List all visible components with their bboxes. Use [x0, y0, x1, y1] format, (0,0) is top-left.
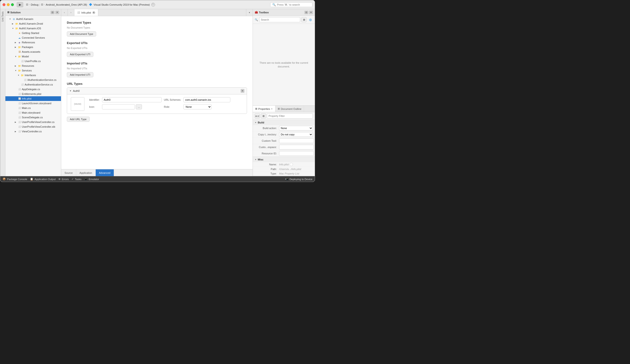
tab-advanced[interactable]: Advanced: [96, 169, 114, 176]
breadcrumb-arrow-2: ›: [44, 3, 45, 6]
unit-tests-sidebar: Unit Tests: [0, 9, 6, 176]
icon-label: Icon:: [89, 105, 100, 108]
copy-to-dir-label: Copy t...irectory:: [255, 133, 278, 136]
status-app-output[interactable]: 📋 Application Output: [30, 178, 56, 181]
tree-item-infoplist[interactable]: ⬜ Info.plist: [6, 96, 61, 101]
group-button[interactable]: ⊞: [261, 113, 266, 119]
properties-tab-close[interactable]: ✕: [271, 108, 273, 110]
tree-arrow-res: [15, 65, 17, 67]
add-document-type-button[interactable]: Add Document Type: [67, 31, 96, 36]
close-button[interactable]: [2, 3, 6, 6]
info-icon[interactable]: ⓘ: [151, 3, 155, 6]
tree-item-services[interactable]: 📁 Services: [6, 68, 61, 73]
icon-browse-button[interactable]: ...: [136, 104, 142, 109]
add-imported-uti-button[interactable]: Add Imported UTI: [67, 72, 93, 77]
tree-item-iauthsvc[interactable]: ⬜ IAuthenticationService.cs: [6, 78, 61, 82]
property-filter-input[interactable]: [267, 113, 313, 119]
no-doc-types-text: No Document Types: [67, 26, 247, 29]
minimize-button[interactable]: [7, 3, 10, 6]
role-label: Role:: [164, 105, 181, 108]
tree-item-entitlements[interactable]: ⬜ Entitlements.plist: [6, 92, 61, 96]
global-search-bar[interactable]: 🔍: [270, 2, 312, 7]
editor-tab-infoplist[interactable]: ⬜ Info.plist ✕: [74, 9, 98, 16]
status-tasks[interactable]: ✓ Tasks: [72, 178, 82, 181]
tree-item-assets[interactable]: 🖼 Assets.xcassets: [6, 49, 61, 54]
solution-tree[interactable]: ⊞ Auth0.Xamarin 📁 Auth0.Xamarin.Droid 📁 …: [6, 16, 61, 176]
fullscreen-button[interactable]: [11, 3, 14, 6]
tree-item-packages[interactable]: 📁 Packages: [6, 45, 61, 49]
tree-item-resources[interactable]: 📁 Resources: [6, 63, 61, 68]
tree-item-authsvc[interactable]: ⬜ AuthenticationService.cs: [6, 82, 61, 87]
copy-to-dir-select[interactable]: Do not copy Copy always Copy if newer: [279, 132, 313, 137]
tree-item-solution[interactable]: ⊞ Auth0.Xamarin: [6, 17, 61, 21]
identifier-input[interactable]: [102, 97, 162, 102]
add-url-type-button[interactable]: Add URL Type: [67, 117, 90, 122]
tree-item-droid[interactable]: 📁 Auth0.Xamarin.Droid: [6, 21, 61, 26]
panel-close-button[interactable]: ✕: [55, 11, 59, 14]
tab-document-outline[interactable]: ⊞ Document Outline: [275, 106, 304, 112]
tab-source[interactable]: Source: [61, 169, 76, 176]
tree-item-getting-started[interactable]: ★ Getting Started: [6, 31, 61, 35]
tree-item-references[interactable]: ◈ References: [6, 40, 61, 45]
icon-field-group: ...: [102, 104, 162, 109]
toolbox-resize-button[interactable]: ⊡: [304, 11, 308, 14]
tree-item-scenedelegate[interactable]: ⬜ SceneDelegate.cs: [6, 115, 61, 120]
url-type-collapse-arrow[interactable]: ▼: [70, 90, 72, 92]
panel-resize-button[interactable]: ⊡: [51, 11, 54, 14]
tree-item-maincs[interactable]: ⬜ Main.cs: [6, 106, 61, 110]
tree-item-viewcontroller[interactable]: ⬜ ViewController.cs: [6, 129, 61, 134]
deploying-status: 📲 Deploying to Device: [285, 178, 312, 181]
tab-back-button[interactable]: ‹: [61, 9, 68, 16]
add-exported-uti-button[interactable]: Add Exported UTI: [67, 52, 93, 57]
tree-item-model[interactable]: 📁 Model: [6, 54, 61, 59]
name-circle-btn[interactable]: [290, 163, 293, 166]
custom-tool-input[interactable]: [279, 138, 314, 143]
tree-item-mainstory[interactable]: ⬜ Main.storyboard: [6, 110, 61, 115]
tree-item-ios[interactable]: 📁 Auth0.Xamarin.iOS: [6, 26, 61, 31]
tree-item-upvcxib[interactable]: ⬜ UserProfileViewController.xib: [6, 124, 61, 129]
custom-tool-value: [279, 138, 315, 143]
breadcrumb-device[interactable]: Android_Accelerated_Oreo (API 28): [46, 3, 87, 6]
tree-item-interfaces[interactable]: 📁 Interfaces: [6, 73, 61, 78]
cs-icon-mc: ⬜: [18, 106, 21, 110]
status-bar: 📦 Package Console 📋 Application Output ⊗…: [0, 176, 315, 182]
search-input[interactable]: [277, 3, 310, 6]
custom-namespace-input[interactable]: [279, 145, 314, 150]
status-emulator[interactable]: 📱 Emulator: [84, 178, 99, 181]
toolbox-search-input[interactable]: [259, 17, 300, 22]
tab-dropdown-button[interactable]: ▾: [246, 9, 252, 16]
tree-item-appdelegate[interactable]: ⬜ AppDelegate.cs: [6, 87, 61, 92]
tab-close-button[interactable]: ✕: [92, 11, 95, 14]
tab-application[interactable]: Application: [76, 169, 96, 176]
tree-item-label: Auth0.Xamarin.iOS: [19, 27, 41, 30]
toolbox-close-button[interactable]: ✕: [309, 11, 313, 14]
build-group-header[interactable]: ▼ Build: [253, 120, 315, 125]
build-action-select[interactable]: None Compile Content: [279, 126, 313, 131]
package-console-label: Package Console: [7, 178, 27, 181]
misc-group-header[interactable]: ▼ Misc: [253, 157, 315, 162]
url-type-header: ▼ Auth0 ✕: [67, 88, 247, 94]
resource-id-input[interactable]: [279, 151, 314, 156]
toolbox-search-icon: 🔍: [255, 18, 258, 21]
tab-properties[interactable]: ⊞ Properties ✕: [253, 106, 275, 112]
tab-forward-button[interactable]: ›: [68, 9, 74, 16]
tree-item-userprofile[interactable]: ⬜ UserProfile.cs: [6, 59, 61, 63]
status-package-console[interactable]: 📦 Package Console: [2, 178, 27, 181]
play-button[interactable]: ▶: [17, 2, 23, 7]
name-label: Name:: [255, 163, 278, 166]
url-type-close-button[interactable]: ✕: [241, 89, 244, 93]
toolbox-grid-view-button[interactable]: ⊞: [302, 17, 306, 22]
sort-az-button[interactable]: a↕z: [255, 113, 260, 119]
icon-input[interactable]: [102, 104, 135, 109]
url-schemes-input[interactable]: [184, 97, 230, 102]
tree-item-launchscreen[interactable]: ⬜ LaunchScreen.storyboard: [6, 101, 61, 106]
toolbox-add-button[interactable]: ⊕: [308, 17, 313, 22]
build-group-title: Build: [258, 121, 264, 124]
main-layout: Unit Tests ⊞ Solution ⊡ ✕ ⊞ Auth0.Xamari…: [0, 9, 315, 176]
type-value: Mac Property List: [279, 172, 313, 175]
role-select[interactable]: None Editor Viewer Shell: [184, 104, 212, 109]
tree-item-upvc[interactable]: ⬜ UserProfileViewController.cs: [6, 120, 61, 124]
status-errors[interactable]: ⊗ Errors: [58, 178, 69, 181]
tree-item-connected-services[interactable]: ☁ Document Types Connected Services: [6, 35, 61, 40]
breadcrumb-config[interactable]: Debug: [31, 3, 38, 6]
